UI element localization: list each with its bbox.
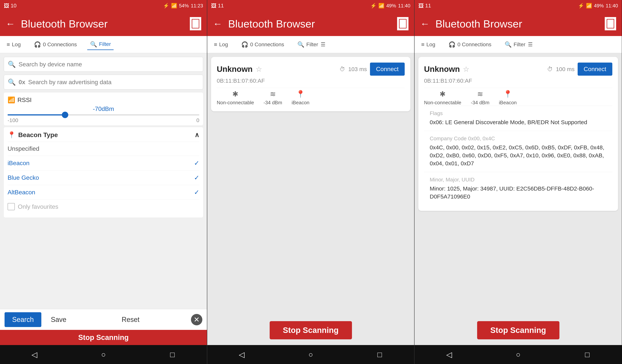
reset-button[interactable]: Reset [76, 312, 185, 327]
tab-filter-label-3: Filter [514, 41, 525, 48]
nav-back-2[interactable]: ◁ [235, 348, 248, 361]
tab-connections-1[interactable]: 🎧 0 Connections [31, 39, 80, 50]
flags-value: 0x06: LE General Discoverable Mode, BR/E… [430, 118, 607, 126]
nav-recent-2[interactable]: □ [373, 348, 386, 361]
status-left-2: 🖼 11 [211, 3, 224, 9]
time-1: 11:23 [191, 3, 203, 9]
connectable-label-2: Non-connectable [217, 100, 254, 106]
back-button-1[interactable]: ← [6, 18, 15, 29]
back-button-2[interactable]: ← [213, 18, 222, 29]
feature-beacon-3: 📍 iBeacon [499, 90, 517, 106]
stop-scanning-btn-2[interactable]: Stop Scanning [270, 321, 352, 339]
filter-icon-2: 🔍 [297, 41, 304, 48]
nav-recent-3[interactable]: □ [581, 348, 594, 361]
star-icon-3[interactable]: ☆ [463, 65, 469, 73]
tab-filter-label-2: Filter [306, 41, 318, 48]
feature-rssi-2: ≋ -34 dBm [264, 90, 282, 106]
beacon-label-altbeacon: AltBeacon [8, 189, 35, 196]
nav-home-1[interactable]: ○ [97, 348, 110, 361]
beacon-item-bluegecko[interactable]: Blue Gecko ✓ [8, 170, 199, 185]
nav-home-2[interactable]: ○ [304, 348, 317, 361]
rssi-label-3: -34 dBm [471, 100, 489, 106]
bookmark-icon-2[interactable] [397, 17, 408, 30]
back-button-3[interactable]: ← [420, 18, 430, 29]
rssi-min: -100 [8, 117, 18, 123]
status-number-2: 11 [218, 3, 224, 9]
bookmark-icon-3[interactable] [605, 17, 616, 30]
tab-connections-3[interactable]: 🎧 0 Connections [446, 39, 494, 50]
status-left-3: 🖼 11 [418, 3, 431, 9]
bt-icon-1: ⚡ [163, 3, 169, 9]
tab-filter-1[interactable]: 🔍 Filter [87, 39, 114, 50]
search-name-box: 🔍 [4, 57, 203, 72]
nav-bar-3: ◁ ○ □ [414, 345, 622, 364]
nav-back-3[interactable]: ◁ [442, 348, 456, 361]
flags-label: Flags [430, 110, 607, 116]
time-3: 11:40 [606, 3, 618, 9]
tab-log-label-2: Log [219, 41, 228, 48]
connect-btn-2[interactable]: Connect [370, 63, 405, 76]
search-raw-input[interactable] [28, 79, 199, 86]
log-icon-2: ≡ [214, 41, 217, 48]
rssi-label-2: -34 dBm [264, 100, 282, 106]
search-button[interactable]: Search [4, 312, 41, 327]
ping-icon-2: ⏱ [339, 66, 345, 72]
beacon-collapse-icon[interactable]: ∧ [194, 131, 199, 139]
beacon-item-unspecified[interactable]: Unspecified [8, 142, 199, 156]
only-fav-checkbox[interactable] [8, 203, 15, 210]
only-favourites-row[interactable]: Only favourites [8, 199, 199, 214]
tab-connections-2[interactable]: 🎧 0 Connections [238, 39, 287, 50]
uuid-label: Minor, Major, UUID [430, 177, 607, 183]
device-name-2: Unknown [217, 65, 253, 74]
detail-company: Company Code 0x00, 0x4C 0x4C, 0x00, 0x02… [424, 131, 612, 172]
rssi-slider-fill [8, 114, 65, 115]
beacon-icon-2: 📍 [296, 90, 305, 98]
connectable-label-3: Non-connectable [424, 100, 461, 106]
stop-scanning-peek[interactable]: Stop Scanning [0, 330, 207, 345]
only-fav-label: Only favourites [18, 203, 58, 210]
tab-connections-label-3: 0 Connections [457, 41, 491, 48]
bt-icon-3: ⚡ [578, 3, 584, 9]
log-icon-3: ≡ [421, 41, 425, 48]
bookmark-icon-1[interactable] [190, 17, 201, 30]
status-bar-2: 🖼 11 ⚡ 📶 49% 11:40 [207, 0, 414, 11]
bluetooth-icon-2: ✱ [232, 90, 238, 98]
beacon-item-altbeacon[interactable]: AltBeacon ✓ [8, 185, 199, 199]
star-icon-2[interactable]: ☆ [256, 65, 262, 73]
beacon-label-3: iBeacon [499, 100, 517, 106]
status-left-1: 🖼 10 [4, 3, 17, 9]
rssi-text: RSSI [18, 96, 32, 103]
rssi-slider-container [8, 114, 199, 115]
tab-log-2[interactable]: ≡ Log [211, 39, 231, 50]
beacon-label-unspecified: Unspecified [8, 145, 39, 152]
bluegecko-check-icon: ✓ [194, 174, 199, 181]
header-title-1: Bluetooth Browser [21, 18, 184, 30]
rssi-label: 📶 RSSI [8, 96, 199, 103]
connect-btn-3[interactable]: Connect [578, 63, 612, 76]
nav-back-1[interactable]: ◁ [28, 348, 41, 361]
search-name-input[interactable] [19, 61, 199, 68]
ping-ms-2: 103 ms [348, 66, 367, 72]
content-gray-3: Unknown ☆ ⏱ 100 ms Connect 0B:11:B1:07:6… [414, 53, 622, 345]
rssi-slider-track [8, 114, 199, 115]
content-gray-2: Unknown ☆ ⏱ 103 ms Connect 0B:11:B1:07:6… [207, 53, 414, 345]
panel-filter: 🖼 10 ⚡ 📶 54% 11:23 ← Bluetooth Browser ≡… [0, 0, 207, 364]
nav-recent-1[interactable]: □ [166, 348, 179, 361]
rssi-slider-thumb[interactable] [62, 112, 68, 118]
device-name-3: Unknown [424, 65, 460, 74]
beacon-item-ibeacon[interactable]: iBeacon ✓ [8, 156, 199, 170]
stop-scanning-btn-3[interactable]: Stop Scanning [477, 321, 559, 339]
close-button[interactable]: ✕ [191, 314, 202, 325]
rssi-wifi-icon: 📶 [8, 96, 15, 103]
tab-filter-3[interactable]: 🔍 Filter ☰ [502, 39, 536, 50]
tab-filter-2[interactable]: 🔍 Filter ☰ [294, 39, 328, 50]
header-bar-1: ← Bluetooth Browser [0, 11, 207, 36]
company-value: 0x4C, 0x00, 0x02, 0x15, 0xE2, 0xC5, 0x6D… [430, 144, 607, 167]
tab-log-3[interactable]: ≡ Log [418, 39, 438, 50]
search-raw-icon: 🔍 [8, 78, 16, 86]
tab-log-1[interactable]: ≡ Log [4, 39, 23, 50]
action-bar-1: Search Save Reset ✕ [0, 309, 207, 330]
save-button[interactable]: Save [47, 312, 70, 327]
nav-home-3[interactable]: ○ [511, 348, 525, 361]
ox-prefix: 0x [19, 79, 25, 86]
